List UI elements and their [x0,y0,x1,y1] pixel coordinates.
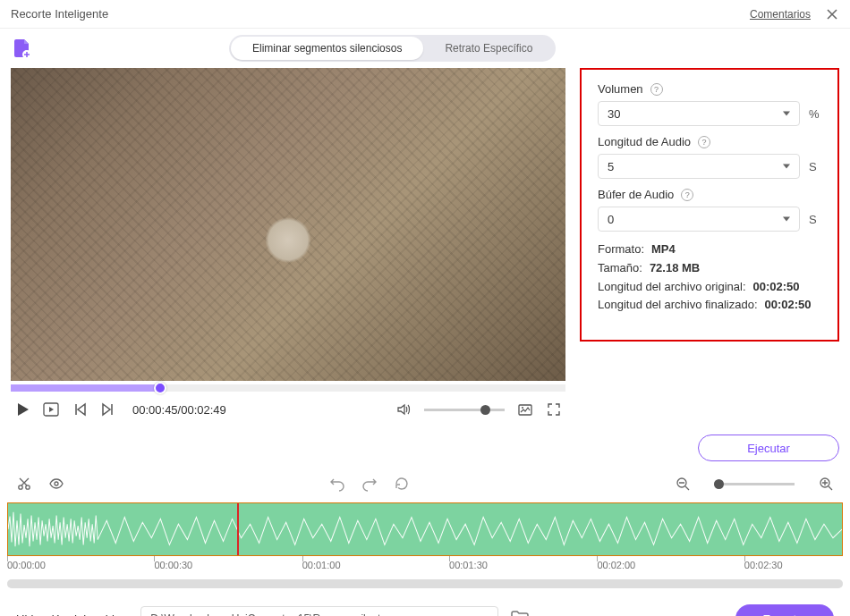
final-length-value: 00:02:50 [765,296,812,315]
final-length-label: Longitud del archivo finalizado: [598,296,758,315]
undo-icon[interactable] [329,476,345,492]
format-value: MP4 [651,240,676,259]
svg-point-3 [522,407,523,409]
seek-bar[interactable] [11,384,565,392]
svg-point-5 [26,485,30,489]
orig-length-value: 00:02:50 [753,278,800,297]
tab-specific-portrait[interactable]: Retrato Específico [423,37,554,60]
player-controls: 00:00:45/00:02:49 [11,392,565,427]
zoom-in-icon[interactable] [818,476,834,492]
window-title: Recorte Inteligente [11,7,750,21]
svg-rect-9 [8,503,842,555]
playhead[interactable] [237,502,239,556]
comments-link[interactable]: Comentarios [750,8,811,21]
redo-icon[interactable] [361,476,378,492]
svg-point-4 [19,485,22,489]
video-column: 00:00:45/00:02:49 [11,68,565,427]
mode-tabs: Eliminar segmentos silenciosos Retrato E… [229,35,556,62]
audio-buffer-select[interactable]: 0 [598,207,800,232]
cut-icon[interactable] [16,476,32,492]
volume-unit: % [809,107,821,121]
output-path-select[interactable]: D:\Wondershare UniConverter 15\Remove si… [140,606,498,616]
orig-length-label: Longitud del archivo original: [598,278,746,297]
play-range-button[interactable] [43,401,59,418]
audio-buffer-label: Búfer de Audio [598,188,674,201]
timeline-scrollbar[interactable] [7,579,843,588]
audio-length-unit: S [809,160,821,173]
location-label: Ubicación del archivo: [16,612,130,617]
snapshot-button[interactable] [517,401,533,418]
tab-remove-silence[interactable]: Eliminar segmentos silenciosos [231,37,423,60]
prev-button[interactable] [72,401,88,418]
audio-length-label: Longitud de Audio [598,135,691,148]
run-row: Ejecutar [0,427,850,461]
format-label: Formato: [598,240,644,259]
open-folder-button[interactable] [509,608,531,616]
titlebar: Recorte Inteligente Comentarios [0,0,850,29]
video-preview[interactable] [11,68,565,381]
ruler-t3: 00:01:30 [449,560,488,570]
preview-icon[interactable] [48,476,64,492]
ruler-t1: 00:00:30 [154,560,192,570]
run-button[interactable]: Ejecutar [698,435,839,461]
timeline-toolbar [0,467,850,501]
waveform[interactable] [7,502,843,556]
fullscreen-button[interactable] [546,401,562,418]
svg-point-6 [55,482,58,485]
volume-slider[interactable] [424,409,505,411]
size-label: Tamaño: [598,259,642,278]
footer: Ubicación del archivo: D:\Wondershare Un… [0,595,850,616]
param-audio-buffer: Búfer de Audio? 0 S [598,188,821,232]
ruler-t4: 00:02:00 [597,560,635,570]
audio-length-select[interactable]: 5 [598,154,800,179]
size-value: 72.18 MB [650,259,700,278]
export-button[interactable]: Exportar [735,604,834,616]
volume-icon[interactable] [395,401,412,418]
file-meta: Formato:MP4 Tamaño:72.18 MB Longitud del… [598,240,821,315]
zoom-slider[interactable] [714,483,795,485]
play-button[interactable] [14,401,30,418]
ruler-t2: 00:01:00 [302,560,341,570]
close-button[interactable] [825,7,839,21]
audio-length-help-icon[interactable]: ? [698,136,710,148]
time-display: 00:00:45/00:02:49 [132,403,226,417]
refresh-icon[interactable] [394,476,410,492]
ruler-t5: 00:02:30 [744,560,783,570]
param-volume: Volumen? 30 % [598,82,821,126]
next-button[interactable] [100,401,116,418]
toolbar: Eliminar segmentos silenciosos Retrato E… [0,29,850,68]
parameters-panel: Volumen? 30 % Longitud de Audio? 5 S Búf… [580,68,839,342]
audio-buffer-help-icon[interactable]: ? [681,189,693,201]
zoom-out-icon[interactable] [675,476,691,492]
volume-label: Volumen [598,82,643,96]
ruler-t0: 00:00:00 [7,560,46,570]
main: 00:00:45/00:02:49 Volumen? 30 % Longitud… [0,68,850,427]
volume-select[interactable]: 30 [598,101,800,126]
volume-help-icon[interactable]: ? [650,83,663,96]
audio-buffer-unit: S [809,213,821,226]
add-file-icon[interactable] [11,38,32,59]
param-audio-length: Longitud de Audio? 5 S [598,135,821,179]
time-ruler: 00:00:00 00:00:30 00:01:00 00:01:30 00:0… [7,560,843,579]
